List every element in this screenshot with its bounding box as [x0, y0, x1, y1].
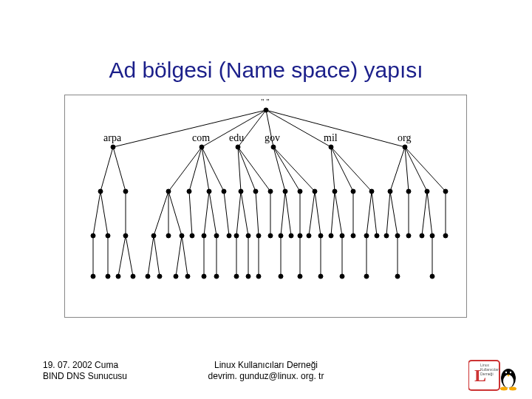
svg-point-150	[430, 274, 434, 279]
root-label: " "	[261, 97, 270, 106]
tld-mil: mil	[324, 132, 338, 144]
svg-line-127	[390, 147, 405, 191]
svg-point-148	[395, 274, 400, 279]
svg-line-99	[315, 191, 321, 236]
footer-org: Linux Kullanıcıları Derneği	[0, 360, 532, 372]
svg-line-87	[273, 147, 300, 191]
tld-edu: edu	[229, 132, 244, 144]
svg-point-118	[351, 233, 355, 238]
svg-line-75	[256, 191, 259, 236]
svg-line-133	[405, 147, 446, 191]
svg-point-28	[116, 274, 120, 279]
footer-email: devrim. gunduz@linux. org. tr	[0, 371, 532, 383]
svg-line-53	[148, 236, 154, 276]
svg-line-91	[281, 191, 285, 236]
svg-point-46	[190, 233, 194, 238]
svg-line-137	[390, 191, 398, 236]
svg-line-121	[372, 191, 377, 236]
tld-com: com	[192, 132, 210, 144]
svg-point-78	[268, 233, 273, 238]
svg-point-162	[509, 387, 516, 391]
svg-line-31	[168, 147, 202, 191]
svg-point-52	[227, 233, 231, 238]
svg-point-62	[202, 274, 206, 279]
svg-line-13	[100, 147, 113, 191]
penguin-icon: L Linux Kullanıcıları Derneği	[468, 356, 520, 392]
svg-line-141	[422, 191, 427, 236]
namespace-diagram: " " arpa com edu gov mil org	[64, 95, 467, 318]
svg-line-69	[238, 147, 270, 191]
svg-line-49	[209, 191, 216, 236]
svg-point-42	[166, 233, 171, 238]
svg-point-136	[384, 233, 389, 238]
svg-point-126	[364, 274, 369, 279]
slide: Ad bölgesi (Name space) yapısı " " arpa …	[0, 0, 532, 399]
svg-point-114	[329, 233, 333, 238]
svg-line-29	[126, 236, 133, 276]
footer-center: Linux Kullanıcıları Derneği devrim. gund…	[0, 360, 532, 383]
tld-arpa: arpa	[103, 132, 121, 144]
svg-point-104	[298, 274, 302, 279]
svg-line-143	[427, 191, 432, 236]
svg-point-26	[106, 274, 110, 279]
svg-point-30	[131, 274, 135, 279]
svg-line-17	[93, 191, 100, 236]
svg-point-161	[500, 387, 508, 391]
svg-line-111	[331, 147, 372, 191]
svg-line-59	[182, 236, 188, 276]
tld-gov: gov	[265, 132, 280, 144]
svg-line-73	[241, 191, 248, 236]
svg-line-119	[366, 191, 372, 236]
svg-line-135	[386, 191, 390, 236]
svg-point-98	[307, 233, 311, 238]
svg-line-93	[285, 191, 291, 236]
svg-line-45	[189, 191, 192, 236]
svg-line-15	[113, 147, 126, 191]
svg-line-43	[168, 191, 182, 236]
svg-line-39	[154, 191, 168, 236]
svg-line-97	[309, 191, 315, 236]
svg-line-71	[236, 191, 241, 236]
page-title: Ad bölgesi (Name space) yapısı	[0, 58, 532, 83]
svg-point-140	[406, 233, 411, 238]
svg-point-56	[157, 274, 162, 279]
tree-svg	[65, 95, 466, 317]
svg-point-146	[443, 233, 448, 238]
svg-point-58	[174, 274, 178, 279]
svg-point-94	[289, 233, 293, 238]
svg-point-82	[246, 274, 250, 279]
svg-point-106	[318, 274, 323, 279]
svg-point-64	[214, 274, 219, 279]
svg-point-80	[234, 274, 239, 279]
svg-line-57	[176, 236, 182, 276]
svg-line-55	[154, 236, 160, 276]
svg-point-158	[505, 372, 507, 373]
svg-point-142	[420, 233, 424, 238]
svg-line-27	[118, 236, 126, 276]
svg-point-122	[375, 233, 379, 238]
svg-line-47	[204, 191, 209, 236]
lkd-logo: L Linux Kullanıcıları Derneği	[468, 356, 520, 392]
svg-line-33	[189, 147, 202, 191]
svg-text:Derneği: Derneği	[480, 372, 494, 376]
svg-point-159	[510, 372, 511, 373]
svg-line-51	[224, 191, 229, 236]
svg-point-60	[185, 274, 190, 279]
svg-line-113	[331, 191, 335, 236]
svg-point-54	[146, 274, 150, 279]
svg-point-124	[340, 274, 344, 279]
svg-line-115	[335, 191, 342, 236]
svg-point-102	[279, 274, 283, 279]
tld-org: org	[398, 132, 411, 144]
svg-line-19	[100, 191, 108, 236]
svg-point-24	[91, 274, 95, 279]
svg-point-84	[256, 274, 261, 279]
